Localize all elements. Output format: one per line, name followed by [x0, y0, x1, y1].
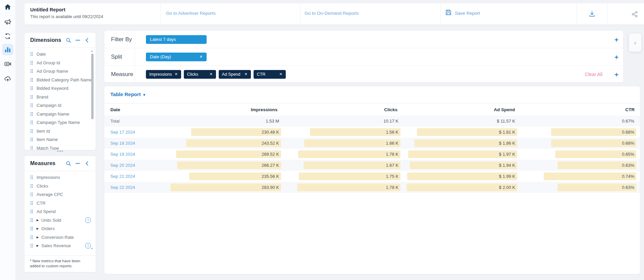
cell-value-ctr: 0.63%	[622, 163, 634, 168]
expand-caret-icon[interactable]: ▶	[37, 236, 39, 239]
measure-item[interactable]: Average CPC	[24, 190, 96, 199]
info-icon[interactable]: i	[85, 243, 91, 249]
chip-date-day-[interactable]: Date (Day)✕	[146, 53, 207, 61]
add-filter-by-button[interactable]: +	[614, 36, 619, 43]
date-link[interactable]: Sep 17 2024	[110, 130, 135, 135]
date-link[interactable]: Sep 21 2024	[110, 174, 135, 179]
clear-all-button[interactable]: Clear All	[585, 72, 602, 77]
dimension-item-label: Bidded Keyword	[37, 86, 68, 91]
chip-impressions[interactable]: Impressions✕	[146, 70, 181, 79]
bar-chart-icon[interactable]	[4, 46, 12, 54]
dimension-item-label: Ad Group Id	[37, 60, 60, 65]
scroll-down-icon[interactable]: ▼	[91, 247, 93, 250]
measure-item[interactable]: Clicks	[24, 182, 96, 191]
report-title: Untitled Report	[30, 7, 65, 12]
measure-item-label: Average CPC	[37, 192, 63, 197]
remove-chip-icon[interactable]: ✕	[209, 72, 212, 76]
expand-caret-icon[interactable]: ▶	[37, 219, 39, 222]
chip-ad-spend[interactable]: Ad Spend✕	[219, 70, 251, 79]
cell-value-impressions: 269.52 K	[262, 152, 279, 157]
measure-item[interactable]: Ad Spend	[24, 207, 96, 216]
dimension-item[interactable]: Campaign Type Name	[24, 118, 96, 127]
measure-item-label: Units Sold	[41, 218, 61, 223]
add-split-button[interactable]: +	[614, 53, 619, 60]
measure-item[interactable]: ▶Sales Revenuei	[24, 241, 96, 250]
save-report-button[interactable]: Save Report	[445, 9, 480, 17]
remove-chip-icon[interactable]: ✕	[279, 72, 282, 76]
table-row: Sep 19 2024269.52 K1.76 K$ 1.97 K0.65%	[104, 149, 640, 160]
chip-latest-7-days[interactable]: Latest 7 days	[146, 35, 207, 44]
dimension-item[interactable]: Ad Group Name	[24, 67, 96, 76]
chip-label: Impressions	[149, 72, 172, 77]
info-icon[interactable]: i	[85, 217, 91, 223]
date-link[interactable]: Sep 19 2024	[110, 152, 135, 157]
dimension-item[interactable]: Campaign Id	[24, 101, 96, 110]
dimension-item[interactable]: Date	[24, 50, 96, 59]
cell-value-ad_spend: $ 1.81 K	[499, 130, 515, 135]
divider	[160, 3, 161, 24]
measure-item[interactable]: ▶Units Soldi	[24, 216, 96, 225]
minus-icon[interactable]	[75, 160, 81, 166]
remove-chip-icon[interactable]: ✕	[200, 55, 203, 59]
dimension-item[interactable]: Bidded Category Path Name	[24, 76, 96, 84]
cell-value-ad_spend: $ 11.57 K	[497, 119, 515, 124]
chip-ctr[interactable]: CTR✕	[254, 70, 286, 79]
dimension-item[interactable]: Ad Group Id	[24, 59, 96, 67]
drag-handle-icon	[30, 61, 33, 65]
go-to-advertiser-reports-link[interactable]: Go to Advertiser Reports	[166, 11, 216, 16]
download-icon[interactable]	[587, 9, 597, 19]
go-to-on-demand-reports-link[interactable]: Go to On-Demand Reports	[305, 11, 359, 16]
drag-handle-icon	[30, 184, 33, 188]
dimension-item[interactable]: Campaign Name	[24, 110, 96, 119]
right-drawer-toggle[interactable]: ‹	[629, 33, 641, 52]
cell-value-clicks: 1.67 K	[386, 163, 398, 168]
table-header-row: DateImpressionsClicksAd SpendCTR	[104, 103, 640, 116]
date-link[interactable]: Sep 20 2024	[110, 163, 135, 168]
table-row: Sep 18 2024243.52 K1.66 K$ 1.86 K0.68%	[104, 138, 640, 149]
measure-item[interactable]: ▶Conversion Rate	[24, 233, 96, 242]
cell-value-ctr: 0.65%	[622, 152, 634, 157]
dimension-item[interactable]: Item Id	[24, 127, 96, 136]
sync-icon[interactable]	[4, 32, 12, 40]
search-icon[interactable]	[65, 160, 71, 166]
measure-item-label: Orders	[41, 226, 55, 231]
cloud-upload-icon[interactable]	[4, 75, 12, 83]
share-icon[interactable]	[629, 9, 640, 19]
expand-caret-icon[interactable]: ▶	[37, 244, 39, 247]
dimensions-scrollbar[interactable]	[91, 54, 94, 119]
table-row: Sep 22 2024283.90 K1.78 K$ 2.00 K0.63%	[104, 182, 640, 193]
video-export-icon[interactable]	[4, 60, 12, 68]
measure-item[interactable]: ▶Orders	[24, 224, 96, 233]
chips-container: Impressions✕Clicks✕Ad Spend✕CTR✕	[146, 70, 286, 79]
date-link[interactable]: Sep 22 2024	[110, 185, 135, 190]
search-icon[interactable]	[65, 37, 71, 43]
date-link[interactable]: Sep 18 2024	[110, 141, 135, 146]
table-row: Sep 17 2024230.48 K1.56 K$ 1.81 K0.68%	[104, 127, 640, 138]
chip-label: Latest 7 days	[150, 37, 176, 42]
chevron-left-icon[interactable]	[84, 37, 90, 43]
panel-resize-handle[interactable]: •••	[54, 149, 67, 154]
drag-handle-icon	[30, 226, 33, 231]
add-measure-button[interactable]: +	[614, 71, 619, 78]
drag-handle-icon	[30, 243, 33, 248]
home-icon[interactable]	[4, 3, 12, 11]
measure-item[interactable]: Impressions	[24, 173, 96, 182]
minus-icon[interactable]	[75, 37, 81, 43]
megaphone-icon[interactable]	[4, 18, 12, 26]
dimension-item[interactable]: Brand	[24, 93, 96, 101]
remove-chip-icon[interactable]: ✕	[244, 72, 247, 76]
config-row-label: Measure	[104, 71, 142, 78]
dimensions-list: DateAd Group IdAd Group NameBidded Categ…	[24, 48, 96, 150]
chevron-left-icon[interactable]	[84, 160, 90, 166]
measure-item[interactable]: CTR	[24, 199, 96, 208]
remove-chip-icon[interactable]: ✕	[174, 72, 177, 76]
drag-handle-icon	[30, 201, 33, 205]
measure-item-label: Conversion Rate	[41, 235, 74, 240]
table-report-dropdown[interactable]: Table Report▼	[110, 91, 146, 97]
chip-clicks[interactable]: Clicks✕	[184, 70, 216, 79]
dimension-item[interactable]: Bidded Keyword	[24, 84, 96, 93]
scroll-up-icon[interactable]: ▲	[91, 50, 93, 53]
dimension-item[interactable]: Item Name	[24, 135, 96, 144]
dimension-item-label: Item Name	[37, 137, 58, 142]
expand-caret-icon[interactable]: ▶	[37, 227, 39, 230]
